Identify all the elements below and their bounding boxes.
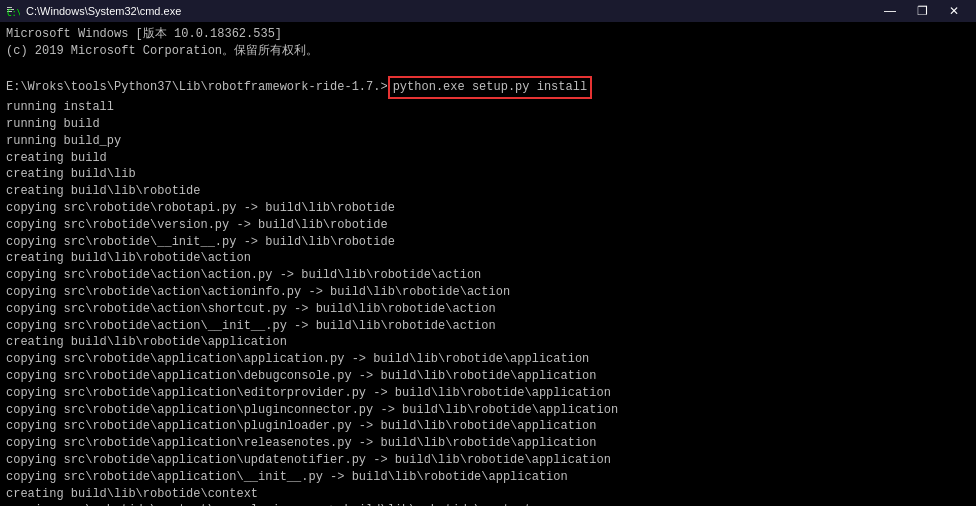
console-line: Microsoft Windows [版本 10.0.18362.535]	[6, 26, 970, 43]
console-line: creating build\lib\robotide\application	[6, 334, 970, 351]
console-line: copying src\robotide\action\__init__.py …	[6, 318, 970, 335]
console-line: copying src\robotide\application\debugco…	[6, 368, 970, 385]
console-line	[6, 60, 970, 77]
console-line: running install	[6, 99, 970, 116]
minimize-button[interactable]: —	[874, 0, 906, 22]
console-line: (c) 2019 Microsoft Corporation。保留所有权利。	[6, 43, 970, 60]
cmd-prompt: E:\Wroks\tools\Python37\Lib\robotframewo…	[6, 79, 388, 96]
title-bar-left: C:\ C:\Windows\System32\cmd.exe	[6, 4, 181, 18]
console-line: copying src\robotide\application\__init_…	[6, 469, 970, 486]
cmd-icon: C:\	[6, 4, 20, 18]
console-line: copying src\robotide\version.py -> build…	[6, 217, 970, 234]
title-bar-controls: — ❐ ✕	[874, 0, 970, 22]
console-line: copying src\robotide\application\editorp…	[6, 385, 970, 402]
console-body: Microsoft Windows [版本 10.0.18362.535] (c…	[0, 22, 976, 506]
maximize-button[interactable]: ❐	[906, 0, 938, 22]
cmd-highlighted: python.exe setup.py install	[388, 76, 592, 99]
console-line: copying src\robotide\action\shortcut.py …	[6, 301, 970, 318]
console-line: creating build	[6, 150, 970, 167]
title-bar: C:\ C:\Windows\System32\cmd.exe — ❐ ✕	[0, 0, 976, 22]
console-line: copying src\robotide\context\coreplugins…	[6, 502, 970, 506]
console-line: copying src\robotide\action\action.py ->…	[6, 267, 970, 284]
console-line: creating build\lib	[6, 166, 970, 183]
console-line: copying src\robotide\robotapi.py -> buil…	[6, 200, 970, 217]
console-line: creating build\lib\robotide\action	[6, 250, 970, 267]
console-line: copying src\robotide\application\pluginc…	[6, 402, 970, 419]
console-line: creating build\lib\robotide	[6, 183, 970, 200]
title-bar-title: C:\Windows\System32\cmd.exe	[26, 5, 181, 17]
console-line: running build_py	[6, 133, 970, 150]
window: C:\ C:\Windows\System32\cmd.exe — ❐ ✕ Mi…	[0, 0, 976, 506]
svg-rect-1	[7, 7, 12, 8]
console-line: copying src\robotide\application\pluginl…	[6, 418, 970, 435]
svg-text:C:\: C:\	[7, 9, 20, 18]
console-line: copying src\robotide\__init__.py -> buil…	[6, 234, 970, 251]
command-line: E:\Wroks\tools\Python37\Lib\robotframewo…	[6, 76, 970, 99]
console-line: copying src\robotide\application\release…	[6, 435, 970, 452]
console-line: copying src\robotide\application\applica…	[6, 351, 970, 368]
console-line: creating build\lib\robotide\context	[6, 486, 970, 503]
console-line: copying src\robotide\application\updaten…	[6, 452, 970, 469]
console-line: running build	[6, 116, 970, 133]
console-line: copying src\robotide\action\actioninfo.p…	[6, 284, 970, 301]
close-button[interactable]: ✕	[938, 0, 970, 22]
